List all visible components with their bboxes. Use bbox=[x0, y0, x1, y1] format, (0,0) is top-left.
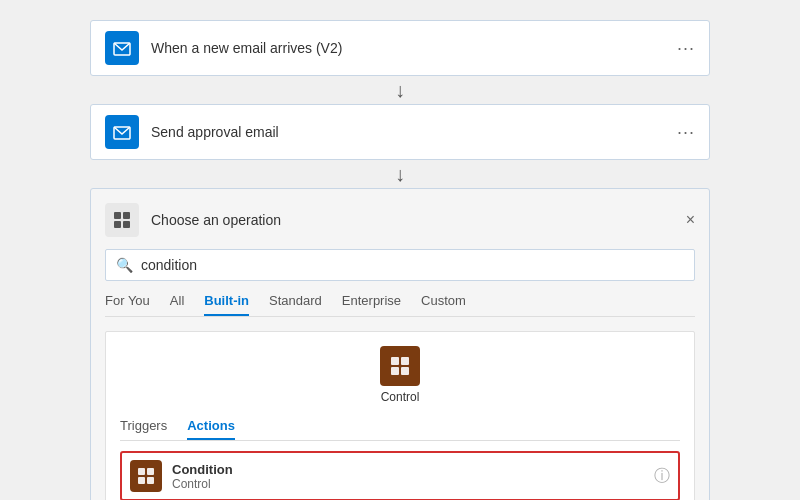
step-email-icon bbox=[105, 31, 139, 65]
action-condition-icon bbox=[130, 460, 162, 492]
tab-standard[interactable]: Standard bbox=[269, 293, 322, 316]
svg-rect-5 bbox=[123, 221, 130, 228]
control-item-label: Control bbox=[381, 390, 420, 404]
action-condition-text: Condition Control bbox=[172, 462, 654, 491]
svg-rect-13 bbox=[147, 477, 154, 484]
sub-tabs: Triggers Actions bbox=[120, 418, 680, 441]
svg-rect-11 bbox=[147, 468, 154, 475]
svg-rect-12 bbox=[138, 477, 145, 484]
tab-built-in[interactable]: Built-in bbox=[204, 293, 249, 316]
step-email-card: When a new email arrives (V2) ··· bbox=[90, 20, 710, 76]
control-item-icon bbox=[380, 346, 420, 386]
svg-rect-8 bbox=[391, 367, 399, 375]
svg-rect-2 bbox=[114, 212, 121, 219]
action-row-condition[interactable]: Condition Control ⓘ bbox=[120, 451, 680, 500]
step-approval-more-button[interactable]: ··· bbox=[677, 122, 695, 143]
results-area: Control Triggers Actions Cond bbox=[105, 331, 695, 500]
step-approval-title: Send approval email bbox=[151, 124, 677, 140]
svg-rect-4 bbox=[114, 221, 121, 228]
search-input[interactable] bbox=[141, 257, 684, 273]
action-condition-sub: Control bbox=[172, 477, 654, 491]
svg-rect-7 bbox=[401, 357, 409, 365]
tab-for-you[interactable]: For You bbox=[105, 293, 150, 316]
svg-rect-10 bbox=[138, 468, 145, 475]
control-item[interactable]: Control bbox=[120, 346, 680, 404]
step-approval-card: Send approval email ··· bbox=[90, 104, 710, 160]
tab-enterprise[interactable]: Enterprise bbox=[342, 293, 401, 316]
svg-rect-9 bbox=[401, 367, 409, 375]
main-container: When a new email arrives (V2) ··· ↓ Send… bbox=[90, 20, 710, 500]
tab-custom[interactable]: Custom bbox=[421, 293, 466, 316]
step-email-title: When a new email arrives (V2) bbox=[151, 40, 677, 56]
arrow-2: ↓ bbox=[395, 164, 405, 184]
close-button[interactable]: × bbox=[686, 211, 695, 229]
choose-operation-panel: Choose an operation × 🔍 For You All Buil… bbox=[90, 188, 710, 500]
sub-tab-triggers[interactable]: Triggers bbox=[120, 418, 167, 440]
arrow-1: ↓ bbox=[395, 80, 405, 100]
filter-tabs: For You All Built-in Standard Enterprise… bbox=[105, 293, 695, 317]
step-email-more-button[interactable]: ··· bbox=[677, 38, 695, 59]
step-approval-icon bbox=[105, 115, 139, 149]
panel-title: Choose an operation bbox=[151, 212, 686, 228]
search-icon: 🔍 bbox=[116, 257, 133, 273]
sub-tab-actions[interactable]: Actions bbox=[187, 418, 235, 440]
search-box: 🔍 bbox=[105, 249, 695, 281]
panel-header: Choose an operation × bbox=[105, 203, 695, 237]
panel-header-icon bbox=[105, 203, 139, 237]
tab-all[interactable]: All bbox=[170, 293, 184, 316]
action-condition-name: Condition bbox=[172, 462, 654, 477]
svg-rect-3 bbox=[123, 212, 130, 219]
svg-rect-6 bbox=[391, 357, 399, 365]
action-condition-info[interactable]: ⓘ bbox=[654, 466, 670, 487]
